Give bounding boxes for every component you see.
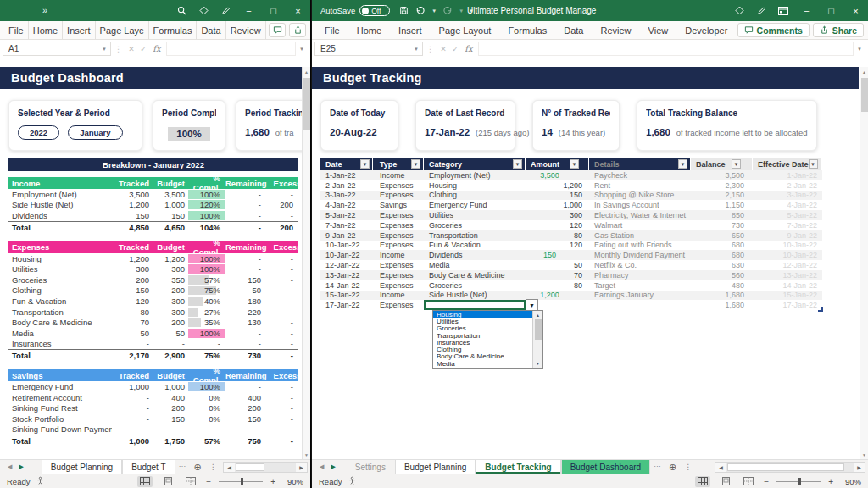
cell-details[interactable]: Target [589, 281, 691, 290]
search-icon[interactable] [170, 0, 192, 21]
row-label[interactable]: Utilities [8, 264, 112, 274]
cell-excess[interactable]: - [268, 403, 298, 413]
cell-effective-date[interactable]: 4-Jan-22 [753, 201, 822, 209]
cell-tracked[interactable]: 150 [112, 286, 153, 295]
cell-budget[interactable]: 350 [153, 275, 188, 285]
scroll-left-icon[interactable]: ◀ [224, 463, 235, 472]
cell-balance[interactable]: 560 [691, 271, 753, 280]
cell-category[interactable]: Fun & Vacation [424, 241, 526, 249]
scroll-up-icon[interactable]: ▲ [533, 311, 542, 319]
table-row[interactable]: Side Hustle (Net)1,2001,000120%-200 [8, 200, 298, 211]
cell-amount[interactable]: 1,000 [526, 201, 589, 209]
formula-input[interactable] [166, 42, 296, 56]
column-header-amount[interactable]: Amount▼ [526, 158, 589, 170]
vertical-scrollbar[interactable]: ▲ ▼ [860, 67, 868, 459]
cell-effective-date[interactable]: 13-Jan-22 [753, 271, 822, 280]
cell-pct-compl[interactable]: 120% [188, 200, 225, 209]
row-label[interactable]: Sinking Fund Down Payment [8, 424, 112, 434]
cell-tracked[interactable]: 150 [112, 211, 153, 220]
cell-details[interactable]: Electricity, Water & Internet [589, 211, 691, 219]
dropdown-option-insurances[interactable]: Insurances [433, 339, 532, 346]
cell-type[interactable]: Expenses [373, 181, 424, 190]
quick-access-overflow-icon[interactable]: » [0, 5, 53, 17]
cell-tracked[interactable]: - [112, 424, 153, 434]
column-header-details[interactable]: Details▼ [589, 158, 691, 170]
cell-date[interactable]: 2-Jan-22 [320, 181, 373, 190]
menu-tab-insert[interactable]: Insert [390, 21, 431, 39]
cell-category[interactable]: Employment (Net) [424, 171, 526, 180]
row-label[interactable]: Sinking Fund Rest [8, 403, 112, 413]
cell-budget[interactable]: 4,650 [153, 223, 188, 232]
cell-pct-compl[interactable]: 57% [188, 436, 225, 446]
cell-remaining[interactable]: - [225, 190, 268, 199]
cell-details[interactable]: Walmart [589, 221, 691, 230]
filter-icon[interactable]: ▼ [360, 159, 370, 169]
cell-excess[interactable]: - [268, 264, 298, 274]
cell-details[interactable]: Pharmacy [589, 271, 691, 280]
scroll-left-icon[interactable]: ◀ [715, 463, 726, 472]
table-row[interactable]: 12-Jan-22ExpensesMedia50Netflix & Co.630… [320, 260, 822, 270]
cell-remaining[interactable]: 130 [225, 318, 268, 327]
selected-cell[interactable] [424, 300, 526, 310]
cell-balance[interactable]: 1,680 [691, 301, 753, 309]
cell-balance[interactable]: 650 [691, 231, 753, 240]
name-box[interactable]: E25▼ [314, 42, 423, 56]
cell-balance[interactable]: 3,500 [691, 171, 753, 180]
cell-amount[interactable]: 70 [526, 271, 589, 280]
cell-date[interactable]: 5-Jan-22 [320, 211, 373, 219]
undo-dropdown-icon[interactable]: ▼ [430, 8, 438, 14]
cell-pct-compl[interactable]: 0% [188, 403, 225, 413]
cell-pct-compl[interactable]: 40% [188, 297, 225, 306]
expand-formula-bar-icon[interactable]: ▼ [296, 47, 308, 52]
cell-pct-compl[interactable]: 75% [188, 351, 225, 360]
menu-tab-home[interactable]: Home [29, 21, 63, 39]
autosave-pill[interactable]: Off [359, 5, 390, 16]
cell-excess[interactable]: - [268, 414, 298, 424]
dropdown-scrollbar[interactable]: ▲ ▼ [532, 311, 542, 368]
cell-amount[interactable]: 1,200 [526, 181, 589, 190]
cell-balance[interactable]: 730 [691, 221, 753, 230]
cell-pct-compl[interactable]: - [188, 424, 225, 434]
tab-overflow-ellipsis[interactable]: … [27, 463, 42, 471]
cell-amount[interactable]: 120 [526, 241, 589, 249]
cell-amount[interactable]: 80 [526, 281, 589, 290]
cell-type[interactable]: Expenses [373, 191, 424, 199]
cell-effective-date[interactable]: 9-Jan-22 [753, 231, 822, 240]
name-box[interactable]: A1▼ [3, 42, 111, 56]
tab-overflow-ellipsis[interactable]: … [650, 460, 665, 474]
cell-remaining[interactable]: 180 [225, 297, 268, 306]
table-resize-handle[interactable] [818, 307, 823, 312]
gem-icon[interactable] [192, 0, 214, 21]
cell-excess[interactable]: - [268, 211, 298, 220]
cell-balance[interactable]: 630 [691, 261, 753, 269]
cell-tracked[interactable]: 2,170 [112, 351, 153, 360]
table-row[interactable]: Utilities300300100%-- [8, 263, 298, 274]
cell-budget[interactable]: 300 [153, 308, 188, 317]
cell-budget[interactable]: 1,000 [153, 200, 188, 209]
cell-budget[interactable]: 1,000 [153, 382, 188, 391]
table-row[interactable]: Sinking Fund Rest-2000%200- [8, 402, 298, 413]
cell-amount[interactable]: 300 [526, 211, 589, 219]
row-label[interactable]: Total [8, 223, 112, 232]
table-row[interactable]: 15-Jan-22IncomeSide Hustle (Net)1,200Ear… [320, 291, 822, 301]
cell-tracked[interactable]: 70 [112, 318, 153, 327]
page-layout-view-icon[interactable] [160, 476, 175, 487]
pencil-icon[interactable] [214, 0, 236, 21]
scrollbar-thumb[interactable] [236, 463, 264, 471]
menu-tab-formulas[interactable]: Formulas [499, 21, 555, 39]
page-break-view-icon[interactable] [741, 476, 756, 487]
scroll-up-icon[interactable]: ▲ [303, 67, 310, 76]
table-row[interactable]: Sinking Fund Down Payment----- [8, 424, 298, 435]
cell-details[interactable]: Monthly Dividend Payment [589, 251, 691, 259]
cell-type[interactable]: Savings [373, 201, 424, 209]
table-row[interactable]: Emergency Fund1,0001,000100%-- [8, 381, 298, 392]
total-row[interactable]: Total4,8504,650104%-200 [8, 221, 298, 233]
horizontal-scrollbar[interactable]: ◀ ▶ [223, 462, 308, 473]
cell-date[interactable]: 3-Jan-22 [320, 191, 373, 199]
cell-effective-date[interactable]: 17-Jan-22 [753, 301, 822, 309]
filter-icon[interactable]: ▼ [732, 159, 741, 169]
cell-remaining[interactable]: - [225, 211, 268, 220]
horizontal-scrollbar[interactable]: ◀ ▶ [715, 462, 865, 473]
cell-details[interactable]: Earnings January [589, 291, 691, 299]
row-label[interactable]: Groceries [8, 275, 112, 285]
